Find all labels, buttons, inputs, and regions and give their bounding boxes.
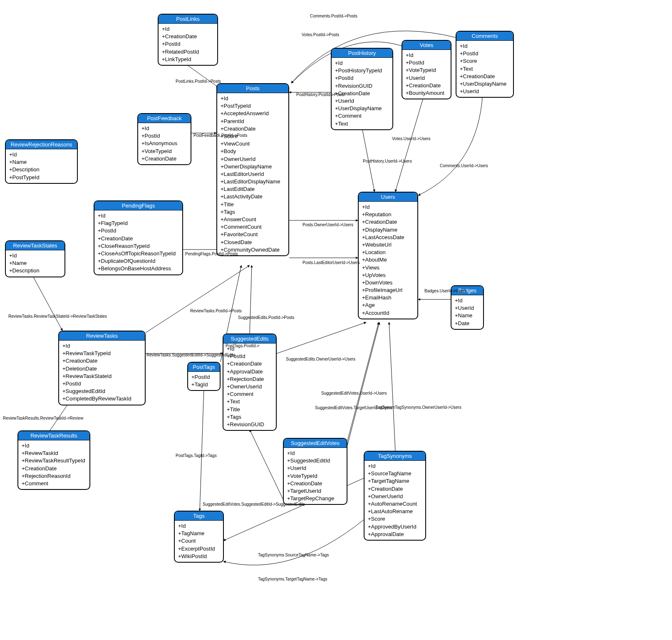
entity-body: +Id+ReviewTaskTypeId+CreationDate+Deleti… bbox=[59, 341, 145, 405]
edge-label: PostTags.TagId->Tags bbox=[175, 453, 218, 458]
attribute: +WebsiteUrl bbox=[362, 241, 414, 249]
attribute: +Id bbox=[362, 203, 414, 211]
attribute: +LastAutoRename bbox=[368, 508, 422, 515]
edge-label: TagSynonyms.OwnerUserId->Users bbox=[394, 405, 462, 410]
entity-title: PostFeedback bbox=[138, 114, 191, 123]
attribute: +Comment bbox=[22, 480, 86, 487]
attribute: +AcceptedAnswerId bbox=[221, 110, 285, 117]
attribute: +RelatedPostId bbox=[162, 48, 214, 56]
attribute: +LastEditDate bbox=[221, 185, 285, 193]
edge-label: ReviewTaskResults.ReviewTaskId->Review bbox=[2, 416, 84, 420]
edge-e1 bbox=[188, 66, 218, 87]
entity-body: +Id+PostId+Score+Text+CreationDate+UserD… bbox=[456, 41, 513, 97]
attribute: +OwnerUserId bbox=[221, 156, 285, 163]
attribute: +FavoriteCount bbox=[221, 231, 285, 238]
attribute: +PostId bbox=[98, 227, 179, 235]
edge-e13 bbox=[395, 94, 424, 192]
entity-body: +Id+UserId+Name+Date bbox=[451, 295, 483, 329]
attribute: +RevisionGUID bbox=[227, 421, 273, 428]
entity-title: ReviewTasks bbox=[59, 331, 145, 341]
attribute: +Tags bbox=[227, 413, 273, 421]
attribute: +PostId bbox=[162, 40, 214, 48]
attribute: +AnswerCount bbox=[221, 216, 285, 223]
attribute: +VoteTypeId bbox=[406, 67, 447, 74]
attribute: +ExcerptPostId bbox=[178, 545, 220, 553]
attribute: +PostId bbox=[460, 50, 510, 57]
attribute: +Text bbox=[460, 65, 510, 73]
edge-label: PostHistory.UserId->Users bbox=[362, 159, 413, 163]
entity-title: ReviewTaskResults bbox=[18, 431, 89, 440]
attribute: +CompletedByReviewTaskId bbox=[62, 395, 141, 403]
attribute: +CloseReasonTypeId bbox=[98, 242, 179, 250]
entity-body: +Id+Reputation+CreationDate+DisplayName+… bbox=[359, 202, 417, 319]
attribute: +CreationDate bbox=[368, 485, 422, 493]
attribute: +Title bbox=[227, 406, 273, 413]
attribute: +UserId bbox=[460, 88, 510, 95]
entity-tags: Tags+Id+TagName+Count+ExcerptPostId+Wiki… bbox=[174, 511, 224, 563]
entity-reviewrejectionreasons: ReviewRejectionReasons+Id+Name+Descripti… bbox=[5, 139, 78, 184]
attribute: +PostId bbox=[191, 373, 216, 381]
attribute: +CreationDate bbox=[141, 155, 187, 163]
entity-reviewtaskstates: ReviewTaskStates+Id+Name+Description bbox=[5, 240, 65, 277]
attribute: +RevisionGUID bbox=[335, 82, 389, 90]
attribute: +Title bbox=[221, 201, 285, 208]
attribute: +CommentCount bbox=[221, 223, 285, 231]
attribute: +Id bbox=[455, 297, 480, 304]
attribute: +Id bbox=[460, 42, 510, 50]
entity-body: +Id+Name+Description bbox=[6, 250, 64, 277]
entity-title: ReviewTaskStates bbox=[6, 241, 64, 250]
edge-label: Votes.PostId->Posts bbox=[301, 32, 340, 37]
attribute: +Comment bbox=[335, 112, 389, 120]
entity-users: Users+Id+Reputation+CreationDate+Display… bbox=[358, 192, 418, 319]
attribute: +Id bbox=[62, 342, 141, 350]
attribute: +EmailHash bbox=[362, 294, 414, 301]
attribute: +SuggestedEditId bbox=[62, 388, 141, 395]
attribute: +CreationDate bbox=[162, 33, 214, 40]
attribute: +Id bbox=[335, 59, 389, 67]
attribute: +UserId bbox=[406, 74, 447, 82]
attribute: +CreationDate bbox=[98, 235, 179, 242]
attribute: +TagId bbox=[191, 381, 216, 388]
attribute: +CreationDate bbox=[460, 73, 510, 80]
edge-label: ReviewTasks.SuggestedEditId->SuggestedEd… bbox=[146, 353, 236, 357]
edge-label: Comments.UserId->Users bbox=[439, 163, 489, 168]
attribute: +Score bbox=[368, 515, 422, 523]
attribute: +ReviewTaskTypeId bbox=[62, 350, 141, 357]
attribute: +TargetTagName bbox=[368, 477, 422, 485]
edge-label: PendingFlags.PostId->Posts bbox=[184, 252, 238, 256]
attribute: +PostId bbox=[406, 59, 447, 67]
attribute: +Id bbox=[162, 25, 214, 33]
attribute: +UserId bbox=[287, 465, 343, 472]
entity-title: Votes bbox=[402, 41, 451, 50]
edge-e26 bbox=[223, 520, 364, 565]
entity-comments: Comments+Id+PostId+Score+Text+CreationDa… bbox=[456, 31, 514, 98]
attribute: +Description bbox=[9, 166, 74, 173]
attribute: +Id bbox=[406, 52, 447, 59]
attribute: +LastEditorDisplayName bbox=[221, 178, 285, 185]
attribute: +AboutMe bbox=[362, 256, 414, 264]
attribute: +Id bbox=[221, 95, 285, 102]
attribute: +Id bbox=[9, 252, 61, 259]
edge-label: SuggestedEdits.OwnerUserId->Users bbox=[285, 357, 356, 361]
attribute: +UserDisplayName bbox=[335, 105, 389, 112]
attribute: +Name bbox=[9, 259, 61, 267]
entity-body: +Id+SourceTagName+TargetTagName+Creation… bbox=[365, 461, 425, 540]
entity-posthistory: PostHistory+Id+PostHistoryTypeId+PostId+… bbox=[331, 48, 393, 130]
edge-e7 bbox=[146, 265, 250, 333]
entity-body: +Id+PostId+IsAnonymous+VoteTypeId+Creati… bbox=[138, 123, 191, 164]
attribute: +ApprovalDate bbox=[227, 368, 273, 376]
entity-tagsynonyms: TagSynonyms+Id+SourceTagName+TargetTagNa… bbox=[364, 451, 426, 541]
entity-title: Posts bbox=[217, 84, 288, 93]
attribute: +BountyAmount bbox=[406, 89, 447, 97]
attribute: +UserId bbox=[455, 304, 480, 312]
attribute: +CreationDate bbox=[362, 218, 414, 226]
attribute: +PostId bbox=[335, 74, 389, 82]
entity-body: +Id+CreationDate+PostId+RelatedPostId+Li… bbox=[159, 24, 217, 65]
attribute: +TagName bbox=[178, 530, 220, 537]
edge-label: Badges.UserId->Users bbox=[424, 289, 467, 293]
entity-votes: Votes+Id+PostId+VoteTypeId+UserId+Creati… bbox=[402, 40, 451, 99]
edge-e20 bbox=[33, 277, 62, 331]
attribute: +OwnerDisplayName bbox=[221, 163, 285, 171]
edge-label: SuggestedEditVotes.SuggestedEditId->Sugg… bbox=[202, 502, 305, 507]
attribute: +WikiPostId bbox=[178, 553, 220, 560]
